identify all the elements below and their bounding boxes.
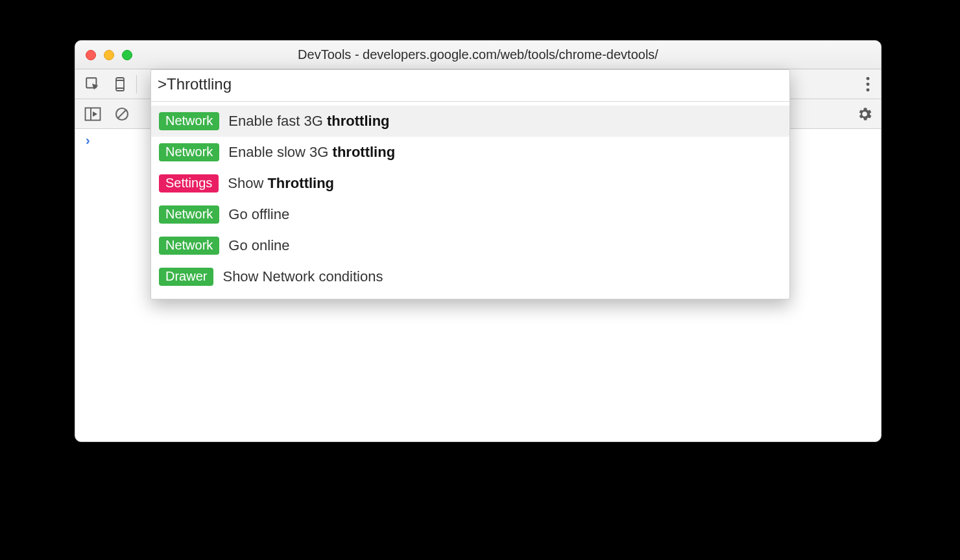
console-settings-icon[interactable]	[856, 106, 873, 122]
command-text: Enable fast 3G throttling	[228, 113, 389, 130]
command-badge: Network	[159, 237, 219, 255]
command-menu-item[interactable]: SettingsShow Throttling	[151, 168, 789, 199]
command-badge: Drawer	[159, 268, 213, 286]
console-prompt-caret: ›	[86, 133, 90, 148]
window-title: DevTools - developers.google.com/web/too…	[75, 47, 881, 62]
toolbar-separator	[136, 75, 137, 93]
command-badge: Network	[159, 112, 219, 130]
command-menu-item[interactable]: NetworkEnable fast 3G throttling	[151, 106, 789, 137]
svg-rect-1	[116, 78, 124, 91]
titlebar: DevTools - developers.google.com/web/too…	[75, 41, 881, 69]
window-close-button[interactable]	[86, 50, 96, 60]
devtools-window: DevTools - developers.google.com/web/too…	[75, 40, 882, 442]
command-menu-list: NetworkEnable fast 3G throttlingNetworkE…	[151, 102, 789, 299]
device-toolbar-icon[interactable]	[113, 76, 128, 93]
toolbar-left-icons	[84, 76, 128, 93]
command-badge: Network	[159, 205, 219, 224]
command-menu-item[interactable]: NetworkEnable slow 3G throttling	[151, 137, 789, 168]
command-menu-item[interactable]: DrawerShow Network conditions	[151, 261, 789, 292]
traffic-lights	[86, 50, 132, 60]
command-text: Go online	[228, 237, 289, 254]
window-minimize-button[interactable]	[104, 50, 114, 60]
kebab-menu-icon[interactable]	[861, 76, 874, 93]
window-zoom-button[interactable]	[122, 50, 132, 60]
command-menu-input-wrap: >Throttling	[151, 70, 789, 102]
command-menu-item[interactable]: NetworkGo online	[151, 230, 789, 261]
overlay-anchor: › >Throttling NetworkEnable fast 3G thro…	[75, 99, 881, 441]
command-text: Go offline	[228, 206, 289, 223]
svg-point-6	[867, 88, 870, 91]
clear-console-icon[interactable]	[114, 106, 130, 122]
command-menu: >Throttling NetworkEnable fast 3G thrott…	[150, 69, 790, 299]
command-text: Show Network conditions	[222, 268, 383, 285]
svg-line-11	[118, 110, 126, 118]
command-text: Show Throttling	[228, 175, 334, 192]
command-text: Enable slow 3G throttling	[228, 144, 395, 161]
inspect-element-icon[interactable]	[84, 76, 101, 93]
console-sidebar-toggle-icon[interactable]	[84, 107, 101, 121]
command-badge: Network	[159, 143, 219, 161]
command-menu-input[interactable]: >Throttling	[158, 75, 783, 93]
svg-point-5	[867, 82, 870, 86]
console-toolbar-icons	[84, 106, 130, 122]
command-badge: Settings	[159, 174, 219, 192]
command-menu-item[interactable]: NetworkGo offline	[151, 199, 789, 230]
svg-point-4	[867, 76, 870, 80]
svg-marker-9	[93, 111, 97, 117]
